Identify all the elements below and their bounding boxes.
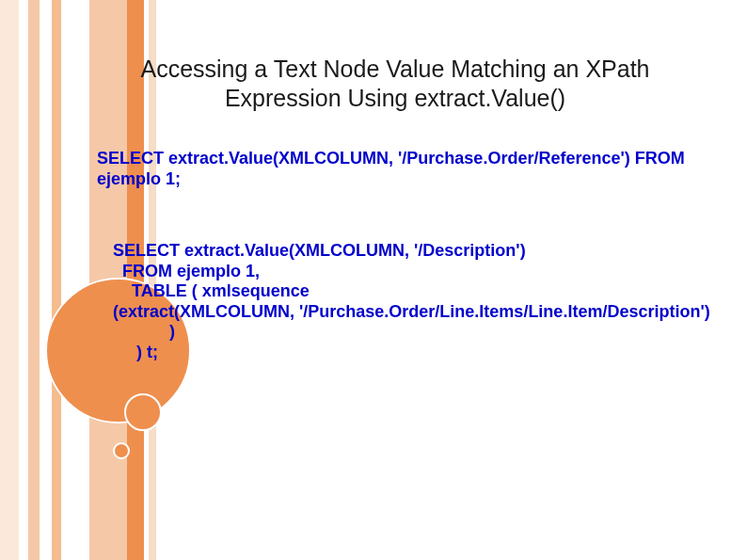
decor-stripe [0, 0, 19, 560]
code-line: TABLE ( xmlsequence [113, 281, 715, 302]
decor-stripe [28, 0, 40, 560]
decor-stripe [52, 0, 61, 560]
slide-title: Accessing a Text Node Value Matching an … [122, 55, 668, 114]
decor-circle-small [113, 442, 130, 459]
code-line: ) [113, 322, 715, 343]
code-line: (extract(XMLCOLUMN, '/Purchase.Order/Lin… [113, 302, 715, 323]
code-line: FROM ejemplo 1, [113, 262, 715, 282]
code-line: SELECT extract.Value(XMLCOLUMN, '/Descri… [113, 241, 715, 262]
sql-code-block-1: SELECT extract.Value(XMLCOLUMN, '/Purcha… [97, 149, 718, 189]
decor-circle-medium [124, 393, 162, 431]
code-line: ) t; [113, 343, 715, 363]
code-line: SELECT extract.Value(XMLCOLUMN, '/Purcha… [97, 149, 718, 189]
sql-code-block-2: SELECT extract.Value(XMLCOLUMN, '/Descri… [113, 241, 715, 363]
